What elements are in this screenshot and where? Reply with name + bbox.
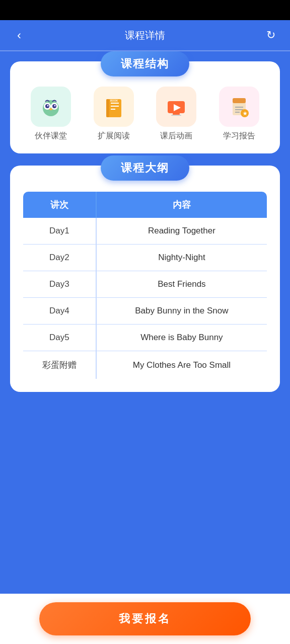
bottom-bar: 我要报名: [0, 594, 290, 644]
col-header-day: 讲次: [23, 191, 96, 218]
report-item[interactable]: ★ 学习报告: [219, 87, 259, 141]
table-cell-day: 彩蛋附赠: [23, 351, 96, 380]
table-cell-content: Where is Baby Bunny: [96, 325, 267, 351]
table-row: Day3Best Friends: [23, 271, 267, 298]
course-outline-title-wrapper: 课程大纲: [22, 155, 268, 181]
animation-label: 课后动画: [160, 131, 192, 141]
table-cell-content: Nighty-Night: [96, 245, 267, 271]
table-cell-day: Day2: [23, 245, 96, 271]
table-cell-content: My Clothes Are Too Small: [96, 351, 267, 380]
table-cell-content: Best Friends: [96, 271, 267, 298]
partner-class-item[interactable]: 伙伴课堂: [31, 87, 71, 141]
back-button[interactable]: ‹: [10, 26, 28, 44]
table-row: Day1Reading Together: [23, 218, 267, 245]
table-row: Day2Nighty-Night: [23, 245, 267, 271]
course-structure-title-wrapper: 课程结构: [22, 51, 268, 76]
table-cell-day: Day3: [23, 271, 96, 298]
page-title: 课程详情: [125, 29, 165, 42]
course-structure-title: 课程结构: [101, 51, 189, 76]
table-cell-content: Reading Together: [96, 218, 267, 245]
course-outline-table: 讲次 内容 Day1Reading TogetherDay2Nighty-Nig…: [22, 191, 268, 380]
svg-text:BOOK: BOOK: [110, 99, 118, 102]
partner-class-label: 伙伴课堂: [35, 131, 67, 141]
table-row: Day5Where is Baby Bunny: [23, 325, 267, 351]
partner-class-icon: [31, 87, 71, 127]
table-row: Day4Baby Bunny in the Snow: [23, 298, 267, 325]
svg-point-6: [54, 105, 56, 107]
table-row: 彩蛋附赠My Clothes Are Too Small: [23, 351, 267, 380]
nav-bar: ‹ 课程详情 ↻: [0, 20, 290, 50]
report-label: 学习报告: [223, 131, 255, 141]
course-structure-card: 课程结构: [10, 61, 280, 153]
svg-rect-16: [173, 113, 180, 115]
main-content: 课程结构: [0, 61, 290, 594]
animation-item[interactable]: 课后动画: [156, 87, 196, 141]
table-cell-day: Day1: [23, 218, 96, 245]
extended-reading-item[interactable]: BOOK 扩展阅读: [94, 87, 134, 141]
svg-point-5: [47, 105, 49, 107]
extended-reading-label: 扩展阅读: [98, 131, 130, 141]
svg-point-7: [49, 108, 52, 110]
table-header-row: 讲次 内容: [23, 191, 267, 218]
svg-rect-19: [233, 98, 246, 103]
status-bar: [0, 0, 290, 20]
extended-reading-icon: BOOK: [94, 87, 134, 127]
table-cell-content: Baby Bunny in the Snow: [96, 298, 267, 325]
icons-grid: 伙伴课堂 BOOK 扩展阅读: [22, 87, 268, 141]
table-cell-day: Day5: [23, 325, 96, 351]
register-button[interactable]: 我要报名: [39, 602, 251, 635]
animation-icon: [156, 87, 196, 127]
table-cell-day: Day4: [23, 298, 96, 325]
course-outline-title: 课程大纲: [101, 155, 189, 181]
col-header-content: 内容: [96, 191, 267, 218]
report-icon: ★: [219, 87, 259, 127]
svg-text:★: ★: [243, 111, 248, 116]
svg-rect-17: [171, 115, 181, 116]
course-outline-card: 课程大纲 讲次 内容 Day1Reading TogetherDay2Night…: [10, 166, 280, 392]
refresh-button[interactable]: ↻: [262, 26, 280, 44]
svg-rect-9: [106, 99, 109, 117]
